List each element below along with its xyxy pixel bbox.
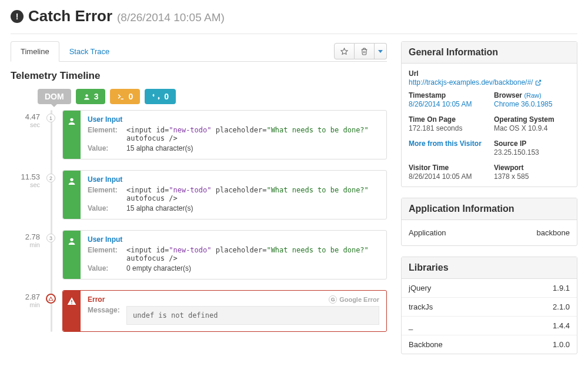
svg-point-4 [70, 118, 73, 121]
trash-icon [360, 48, 368, 55]
browser-raw-link[interactable]: (Raw) [524, 92, 541, 99]
page-timestamp: (8/26/2014 10:05 AM) [117, 11, 225, 24]
svg-rect-8 [71, 303, 72, 304]
event-element: <input id="new-todo" placeholder="What n… [126, 246, 379, 262]
pill-console[interactable]: 0 [110, 89, 140, 104]
timeline: 4.47sec 1 User Input Element:<input id="… [11, 110, 387, 332]
tab-stack-trace[interactable]: Stack Trace [59, 41, 120, 61]
timeline-event: 4.47sec 1 User Input Element:<input id="… [52, 110, 387, 159]
svg-point-2 [85, 94, 88, 97]
svg-line-9 [538, 80, 541, 83]
timeline-event: 2.78min 3 User Input Element:<input id="… [52, 230, 387, 280]
user-input-icon [63, 111, 81, 159]
event-element: <input id="new-todo" placeholder="What n… [126, 186, 379, 202]
external-link-icon [535, 79, 542, 86]
event-value: 15 alpha character(s) [126, 144, 379, 152]
timestamp-link[interactable]: 8/26/2014 10:05 AM [409, 100, 485, 108]
general-info-panel: General Information Url http://trackjs-e… [401, 41, 577, 187]
library-row: Backbone1.0.0 [402, 335, 577, 354]
error-icon: ! [11, 10, 24, 23]
library-row: jQuery1.9.1 [402, 279, 577, 297]
svg-marker-0 [341, 48, 348, 54]
svg-point-6 [70, 238, 73, 241]
event-marker: 1 [46, 114, 55, 122]
event-title: User Input [88, 175, 379, 184]
delete-button[interactable] [355, 43, 375, 59]
google-error-link[interactable]: GGoogle Error [329, 295, 379, 304]
timeline-event: 11.53sec 2 User Input Element:<input id=… [52, 170, 387, 219]
svg-rect-7 [71, 300, 72, 302]
error-title: Error GGoogle Error [88, 295, 379, 304]
pill-network[interactable]: 0 [145, 89, 176, 104]
caret-down-icon [378, 50, 383, 53]
tab-actions [334, 43, 387, 59]
network-icon [152, 92, 161, 101]
general-info-heading: General Information [402, 42, 577, 64]
page-title: Catch Error [28, 7, 112, 25]
libraries-panel: Libraries jQuery1.9.1 trackJs2.1.0 _1.4.… [401, 257, 577, 354]
url-link[interactable]: http://trackjs-examples.dev/backbone/#/ [409, 78, 542, 86]
error-marker [46, 294, 56, 304]
console-icon [117, 93, 125, 101]
event-title: User Input [88, 115, 379, 124]
more-actions-button[interactable] [375, 43, 387, 59]
app-info-heading: Application Information [402, 198, 577, 220]
event-title: User Input [88, 235, 379, 244]
library-row: trackJs2.1.0 [402, 297, 577, 316]
timeline-error-event: 2.87min Error GGoogle Error Message:unde… [52, 290, 387, 332]
user-input-icon [63, 171, 81, 219]
star-button[interactable] [334, 43, 355, 59]
star-icon [340, 48, 348, 55]
panel-title: Telemetry Timeline [11, 62, 387, 89]
error-badge-icon [63, 291, 81, 331]
event-value: 0 empty character(s) [126, 264, 379, 272]
browser-link[interactable]: Chrome 36.0.1985 [494, 100, 570, 108]
google-icon: G [329, 295, 337, 304]
user-input-icon [63, 231, 81, 279]
error-message: undef is not defined [126, 306, 379, 325]
tab-timeline[interactable]: Timeline [11, 41, 59, 62]
svg-point-5 [70, 178, 73, 181]
event-marker: 3 [46, 234, 55, 242]
user-icon [83, 93, 91, 101]
svg-marker-1 [378, 50, 383, 53]
libraries-heading: Libraries [402, 257, 577, 279]
tabs-row: Timeline Stack Trace [11, 41, 387, 62]
library-row: _1.4.4 [402, 316, 577, 335]
event-element: <input id="new-todo" placeholder="What n… [126, 126, 379, 142]
app-info-panel: Application Information Applicationbackb… [401, 198, 577, 246]
pill-dom[interactable]: DOM [38, 89, 71, 104]
pill-users[interactable]: 3 [76, 89, 106, 104]
filter-pills: DOM 3 0 0 [11, 89, 387, 104]
event-value: 15 alpha character(s) [126, 204, 379, 212]
more-visitor-link[interactable]: More from this Visitor [409, 139, 485, 148]
page-header: ! Catch Error (8/26/2014 10:05 AM) [11, 7, 577, 34]
event-marker: 2 [46, 174, 55, 182]
